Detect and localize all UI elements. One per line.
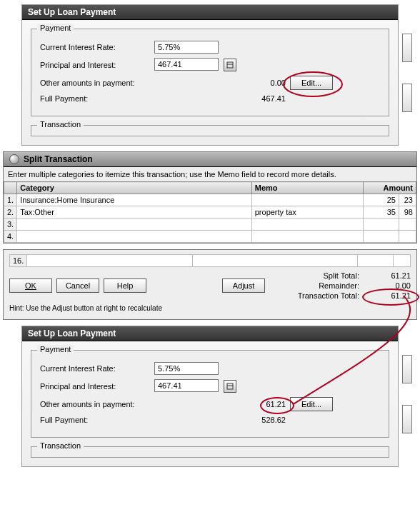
payment-group-2: Payment Current Interest Rate: Principal… (31, 350, 389, 438)
cell-category[interactable]: Tax:Other (17, 206, 252, 219)
transaction-group-2: Transaction (31, 446, 389, 458)
side-button-2[interactable] (402, 84, 412, 112)
col-category[interactable]: Category (17, 182, 252, 194)
ok-button[interactable]: OK (9, 278, 52, 293)
pi-label-2: Principal and Interest: (40, 382, 154, 391)
cell-cents-16[interactable] (394, 255, 411, 267)
svg-rect-0 (227, 62, 233, 68)
cell-amount[interactable]: 25 (364, 194, 399, 206)
table-row[interactable]: 1.Insurance:Home Insurance2523 (4, 194, 416, 206)
calculator-icon-2[interactable] (224, 380, 236, 393)
transaction-group-label: Transaction (37, 120, 84, 129)
table-row[interactable]: 4. (4, 231, 416, 243)
transaction-group-label-2: Transaction (37, 441, 84, 450)
payment-group: Payment Current Interest Rate: Principal… (31, 29, 389, 116)
full-value-2: 528.62 (154, 416, 290, 424)
pi-input-2[interactable] (154, 379, 219, 392)
remainder-value: 0.00 (368, 281, 411, 290)
split-total-value: 61.21 (368, 271, 411, 280)
loan-payment-panel-2: Set Up Loan Payment Payment Current Inte… (21, 326, 399, 467)
col-memo[interactable]: Memo (251, 182, 363, 194)
cell-amount-16[interactable] (358, 255, 394, 267)
side-button-1[interactable] (402, 34, 412, 62)
cell-amount[interactable]: 35 (364, 206, 399, 219)
row-num-16: 16. (10, 255, 27, 267)
payment-group-label: Payment (37, 24, 74, 32)
cell-cents[interactable]: 23 (399, 194, 416, 206)
cell-category-16[interactable] (27, 255, 192, 267)
remainder-label: Remainder: (298, 281, 359, 290)
split-description: Enter multiple categories to itemize thi… (4, 167, 416, 181)
cell-category[interactable] (17, 231, 252, 243)
edit-button[interactable]: Edit... (290, 76, 333, 90)
row-num: 4. (4, 231, 17, 243)
svg-rect-2 (227, 383, 233, 389)
rate-label: Current Interest Rate: (40, 43, 154, 51)
adjust-button[interactable]: Adjust (222, 278, 265, 293)
other-label-2: Other amounts in payment: (40, 400, 154, 408)
col-num (4, 182, 17, 194)
rate-label-2: Current Interest Rate: (40, 364, 154, 373)
pi-label: Principal and Interest: (40, 61, 154, 69)
split-title: Split Transaction (24, 154, 93, 164)
totals-panel: 16. OK Cancel Help Adjust Split Total: 6… (3, 249, 417, 320)
txn-total-value: 61.21 (391, 291, 411, 300)
table-row[interactable]: 3. (4, 219, 416, 231)
edit-button-2[interactable]: Edit... (290, 397, 333, 411)
cell-memo-16[interactable] (192, 255, 357, 267)
full-value: 467.41 (154, 94, 290, 103)
side-buttons (402, 34, 412, 112)
window-title: Set Up Loan Payment (22, 5, 398, 20)
row-num: 2. (4, 206, 17, 219)
other-label: Other amounts in payment: (40, 79, 154, 87)
txn-total-label: Transaction Total: (298, 291, 359, 300)
cell-cents[interactable] (399, 231, 416, 243)
cell-memo[interactable] (251, 219, 363, 231)
split-total-label: Split Total: (298, 271, 359, 280)
split-table-tail: 16. (9, 254, 411, 267)
split-table: Category Memo Amount 1.Insurance:Home In… (4, 181, 416, 243)
hint-text: Hint: Use the Adjust button at right to … (9, 304, 411, 312)
other-value-2: 61.21 (266, 400, 286, 408)
cell-cents[interactable] (399, 219, 416, 231)
side-button-2a[interactable] (402, 355, 412, 383)
transaction-group: Transaction (31, 125, 389, 136)
other-value: 0.00 (154, 79, 290, 87)
split-title-bar: Split Transaction (4, 152, 416, 167)
cell-amount[interactable] (364, 219, 399, 231)
window-title-2: Set Up Loan Payment (22, 326, 398, 341)
pi-input[interactable] (154, 58, 219, 71)
cell-category[interactable] (17, 219, 252, 231)
loan-payment-panel-1: Set Up Loan Payment Payment Current Inte… (21, 4, 399, 146)
cell-category[interactable]: Insurance:Home Insurance (17, 194, 252, 206)
cell-memo[interactable]: property tax (251, 206, 363, 219)
row-num: 1. (4, 194, 17, 206)
col-amount[interactable]: Amount (364, 182, 416, 194)
full-label: Full Payment: (40, 94, 154, 103)
help-button[interactable]: Help (104, 278, 146, 293)
cell-memo[interactable] (251, 194, 363, 206)
cell-memo[interactable] (251, 231, 363, 243)
side-buttons-2 (402, 355, 412, 433)
app-icon (9, 154, 19, 164)
cell-cents[interactable]: 98 (399, 206, 416, 219)
cancel-button[interactable]: Cancel (56, 278, 99, 293)
full-label-2: Full Payment: (40, 416, 154, 424)
payment-group-label-2: Payment (37, 345, 74, 353)
cell-amount[interactable] (364, 231, 399, 243)
rate-input[interactable] (154, 41, 219, 54)
split-transaction-window: Split Transaction Enter multiple categor… (3, 151, 417, 244)
calculator-icon[interactable] (224, 59, 236, 71)
side-button-2b[interactable] (402, 405, 412, 433)
table-row[interactable]: 2.Tax:Otherproperty tax3598 (4, 206, 416, 219)
row-num: 3. (4, 219, 17, 231)
rate-input-2[interactable] (154, 362, 219, 375)
